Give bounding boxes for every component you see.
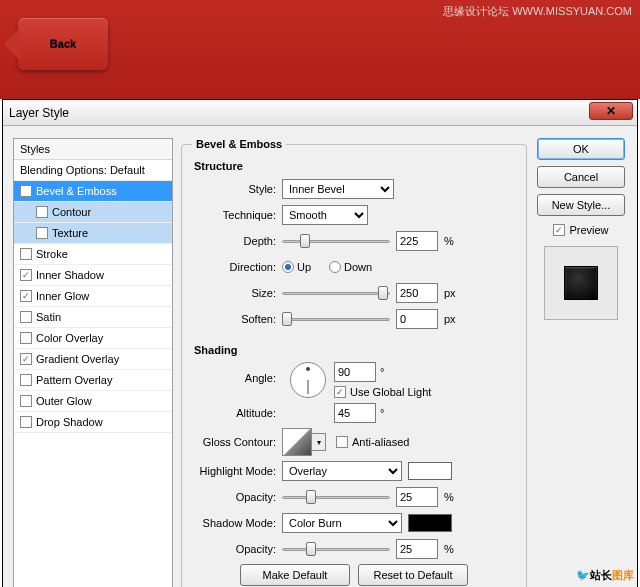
- soften-input[interactable]: [396, 309, 438, 329]
- angle-label: Angle:: [192, 362, 282, 384]
- direction-down-radio[interactable]: [329, 261, 341, 273]
- style-checkbox[interactable]: [36, 206, 48, 218]
- style-row-outer-glow[interactable]: Outer Glow: [14, 391, 172, 412]
- style-label: Contour: [52, 206, 91, 218]
- gloss-contour-label: Gloss Contour:: [192, 436, 282, 448]
- style-checkbox[interactable]: ✓: [20, 185, 32, 197]
- style-label: Pattern Overlay: [36, 374, 112, 386]
- style-checkbox[interactable]: ✓: [20, 269, 32, 281]
- style-checkbox[interactable]: [20, 311, 32, 323]
- style-row-contour[interactable]: Contour: [14, 202, 172, 223]
- style-checkbox[interactable]: [20, 416, 32, 428]
- style-checkbox[interactable]: ✓: [20, 290, 32, 302]
- structure-legend: Structure: [194, 160, 516, 172]
- cancel-button[interactable]: Cancel: [537, 166, 625, 188]
- close-button[interactable]: ✕: [589, 102, 633, 120]
- style-label: Color Overlay: [36, 332, 103, 344]
- shadow-mode-label: Shadow Mode:: [192, 517, 282, 529]
- style-label: Inner Glow: [36, 290, 89, 302]
- preview-box: [544, 246, 618, 320]
- dialog-titlebar[interactable]: Layer Style ✕: [3, 100, 637, 126]
- direction-label: Direction:: [192, 261, 282, 273]
- style-row-drop-shadow[interactable]: Drop Shadow: [14, 412, 172, 433]
- angle-dial[interactable]: [290, 362, 326, 398]
- styles-header[interactable]: Styles: [14, 139, 172, 160]
- technique-select[interactable]: Smooth: [282, 205, 368, 225]
- make-default-button[interactable]: Make Default: [240, 564, 350, 586]
- technique-label: Technique:: [192, 209, 282, 221]
- style-row-inner-shadow[interactable]: ✓Inner Shadow: [14, 265, 172, 286]
- reset-default-button[interactable]: Reset to Default: [358, 564, 468, 586]
- ok-button[interactable]: OK: [537, 138, 625, 160]
- style-label: Texture: [52, 227, 88, 239]
- shadow-opacity-slider[interactable]: [282, 540, 390, 558]
- dialog-buttons: OK Cancel New Style... ✓ Preview: [535, 138, 627, 587]
- direction-up-radio[interactable]: [282, 261, 294, 273]
- depth-slider[interactable]: [282, 232, 390, 250]
- style-label: Satin: [36, 311, 61, 323]
- style-label: Outer Glow: [36, 395, 92, 407]
- style-checkbox[interactable]: [36, 227, 48, 239]
- highlight-mode-label: Highlight Mode:: [192, 465, 282, 477]
- new-style-button[interactable]: New Style...: [537, 194, 625, 216]
- style-row-stroke[interactable]: Stroke: [14, 244, 172, 265]
- bevel-emboss-group: Bevel & Emboss Structure Style: Inner Be…: [181, 138, 527, 587]
- highlight-mode-select[interactable]: Overlay: [282, 461, 402, 481]
- close-icon: ✕: [606, 104, 616, 118]
- style-checkbox[interactable]: [20, 374, 32, 386]
- style-label: Inner Shadow: [36, 269, 104, 281]
- back-button[interactable]: Back: [18, 18, 108, 70]
- size-slider[interactable]: [282, 284, 390, 302]
- style-row-bevel-emboss[interactable]: ✓Bevel & Emboss: [14, 181, 172, 202]
- highlight-opacity-label: Opacity:: [192, 491, 282, 503]
- shadow-opacity-input[interactable]: [396, 539, 438, 559]
- global-light-checkbox[interactable]: ✓: [334, 386, 346, 398]
- antialiased-checkbox[interactable]: [336, 436, 348, 448]
- watermark-text: 思缘设计论坛 WWW.MISSYUAN.COM: [443, 4, 632, 19]
- shadow-opacity-label: Opacity:: [192, 543, 282, 555]
- highlight-opacity-input[interactable]: [396, 487, 438, 507]
- settings-panel: Bevel & Emboss Structure Style: Inner Be…: [181, 138, 527, 587]
- highlight-color-swatch[interactable]: [408, 462, 452, 480]
- style-row-color-overlay[interactable]: Color Overlay: [14, 328, 172, 349]
- soften-label: Soften:: [192, 313, 282, 325]
- gloss-contour-dropdown[interactable]: ▾: [312, 433, 326, 451]
- style-row-satin[interactable]: Satin: [14, 307, 172, 328]
- style-label: Drop Shadow: [36, 416, 103, 428]
- style-row-inner-glow[interactable]: ✓Inner Glow: [14, 286, 172, 307]
- styles-list: Styles Blending Options: Default ✓Bevel …: [13, 138, 173, 587]
- preview-thumbnail: [564, 266, 598, 300]
- depth-input[interactable]: [396, 231, 438, 251]
- dialog-title: Layer Style: [9, 106, 69, 120]
- style-label: Style:: [192, 183, 282, 195]
- layer-style-dialog: Layer Style ✕ Styles Blending Options: D…: [2, 99, 638, 587]
- soften-slider[interactable]: [282, 310, 390, 328]
- panel-title: Bevel & Emboss: [192, 138, 286, 150]
- style-checkbox[interactable]: [20, 248, 32, 260]
- style-checkbox[interactable]: ✓: [20, 353, 32, 365]
- style-checkbox[interactable]: [20, 332, 32, 344]
- style-label: Bevel & Emboss: [36, 185, 117, 197]
- size-input[interactable]: [396, 283, 438, 303]
- shadow-mode-select[interactable]: Color Burn: [282, 513, 402, 533]
- app-header: Back 思缘设计论坛 WWW.MISSYUAN.COM: [0, 0, 640, 99]
- shadow-color-swatch[interactable]: [408, 514, 452, 532]
- style-label: Stroke: [36, 248, 68, 260]
- depth-label: Depth:: [192, 235, 282, 247]
- style-label: Gradient Overlay: [36, 353, 119, 365]
- shading-legend: Shading: [194, 344, 516, 356]
- angle-input[interactable]: [334, 362, 376, 382]
- footer-logo: 🐦站长图库: [576, 568, 634, 583]
- style-select[interactable]: Inner Bevel: [282, 179, 394, 199]
- highlight-opacity-slider[interactable]: [282, 488, 390, 506]
- blending-options-row[interactable]: Blending Options: Default: [14, 160, 172, 181]
- style-row-gradient-overlay[interactable]: ✓Gradient Overlay: [14, 349, 172, 370]
- altitude-input[interactable]: [334, 403, 376, 423]
- gloss-contour-swatch[interactable]: [282, 428, 312, 456]
- altitude-label: Altitude:: [192, 407, 282, 419]
- style-row-texture[interactable]: Texture: [14, 223, 172, 244]
- preview-checkbox[interactable]: ✓: [553, 224, 565, 236]
- style-checkbox[interactable]: [20, 395, 32, 407]
- size-label: Size:: [192, 287, 282, 299]
- style-row-pattern-overlay[interactable]: Pattern Overlay: [14, 370, 172, 391]
